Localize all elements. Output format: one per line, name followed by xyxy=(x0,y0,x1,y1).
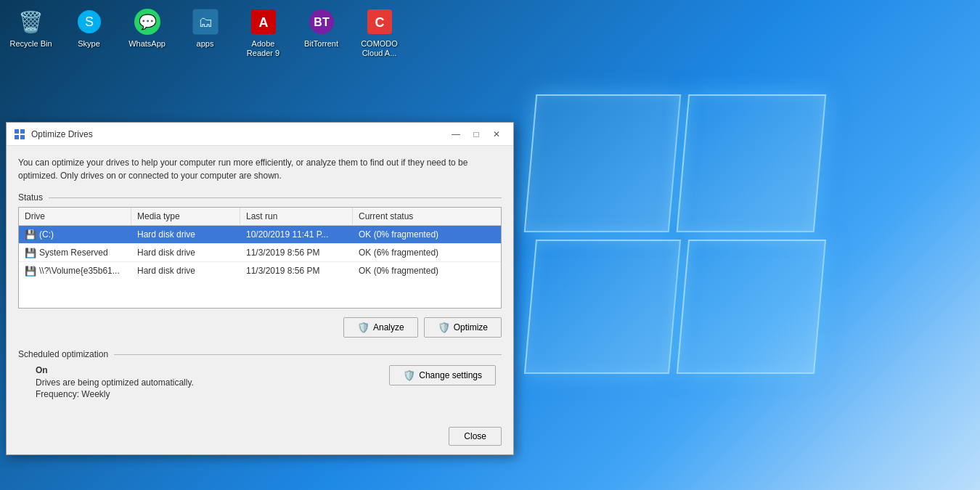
media-cell-0: Hard disk drive xyxy=(131,226,240,243)
scheduled-description: Drives are being optimized automatically… xyxy=(36,377,194,388)
win-logo-pane-tr xyxy=(677,94,827,232)
bittorrent-label: BitTorrent xyxy=(304,39,338,49)
drive-icon-1: 💾 xyxy=(25,247,36,258)
bittorrent-icon: BT xyxy=(307,7,336,36)
media-cell-1: Hard disk drive xyxy=(131,244,240,261)
analyze-button[interactable]: 🛡️ Analyze xyxy=(343,317,418,338)
drive-icon-0: 💾 xyxy=(25,229,36,240)
whatsapp-icon: 💬 xyxy=(133,7,162,36)
svg-text:C: C xyxy=(375,15,384,30)
desktop-icon-bittorrent[interactable]: BT BitTorrent xyxy=(294,4,348,62)
desktop-icon-comodo[interactable]: C COMODO Cloud A... xyxy=(352,4,407,62)
lastrun-cell-0: 10/20/2019 11:41 P... xyxy=(240,226,353,243)
scheduled-section: Scheduled optimization On Drives are bei… xyxy=(18,349,502,399)
window-description: You can optimize your drives to help you… xyxy=(18,156,502,182)
win-logo-pane-tl xyxy=(524,94,682,232)
col-header-lastrun: Last run xyxy=(240,208,353,225)
status-cell-0: OK (0% fragmented) xyxy=(353,226,501,243)
analyze-shield-icon: 🛡️ xyxy=(357,322,369,333)
apps-label: apps xyxy=(197,39,214,49)
svg-rect-12 xyxy=(15,129,19,134)
scheduled-frequency: Frequency: Weekly xyxy=(36,389,194,399)
drive-cell-2: 💾 \\?\Volume{e35b61... xyxy=(19,262,131,279)
status-cell-2: OK (0% fragmented) xyxy=(353,262,501,279)
lastrun-cell-2: 11/3/2019 8:56 PM xyxy=(240,262,353,279)
status-section-label: Status xyxy=(18,192,502,203)
comodo-label: COMODO Cloud A... xyxy=(356,39,403,58)
table-row[interactable]: 💾 \\?\Volume{e35b61... Hard disk drive 1… xyxy=(19,262,501,279)
svg-rect-14 xyxy=(15,135,19,139)
skype-label: Skype xyxy=(78,39,100,49)
desktop-icon-whatsapp[interactable]: 💬 WhatsApp xyxy=(120,4,174,62)
window-close-button[interactable]: ✕ xyxy=(487,127,506,142)
svg-text:A: A xyxy=(258,15,268,30)
desktop-icon-recycle-bin[interactable]: 🗑️ Recycle Bin xyxy=(4,4,58,62)
table-header: Drive Media type Last run Current status xyxy=(19,208,501,226)
desktop: 🗑️ Recycle Bin S Skype 💬 WhatsApp 🗂 apps… xyxy=(0,0,980,490)
drive-cell-1: 💾 System Reserved xyxy=(19,244,131,261)
close-button[interactable]: Close xyxy=(449,427,502,446)
whatsapp-label: WhatsApp xyxy=(128,39,166,49)
window-title: Optimize Drives xyxy=(31,129,446,139)
window-titlebar: Optimize Drives — □ ✕ xyxy=(7,123,513,146)
comodo-icon: C xyxy=(365,7,394,36)
window-body: You can optimize your drives to help you… xyxy=(7,146,513,421)
optimize-drives-window: Optimize Drives — □ ✕ You can optimize y… xyxy=(6,122,514,455)
recycle-bin-label: Recycle Bin xyxy=(9,39,52,49)
scheduled-label: Scheduled optimization xyxy=(18,349,108,359)
col-header-drive: Drive xyxy=(19,208,131,225)
svg-rect-13 xyxy=(20,129,25,134)
svg-text:BT: BT xyxy=(314,16,330,28)
media-cell-2: Hard disk drive xyxy=(131,262,240,279)
scheduled-status-block: On Drives are being optimized automatica… xyxy=(24,365,205,399)
adobe-icon: A xyxy=(249,7,278,36)
svg-text:💬: 💬 xyxy=(138,13,156,30)
col-header-status: Current status xyxy=(353,208,501,225)
settings-shield-icon: 🛡️ xyxy=(403,369,415,381)
change-settings-button[interactable]: 🛡️ Change settings xyxy=(389,365,496,385)
svg-text:🗂: 🗂 xyxy=(198,14,213,30)
drive-icon-2: 💾 xyxy=(25,265,36,277)
window-controls: — □ ✕ xyxy=(446,127,506,142)
adobe-label: Adobe Reader 9 xyxy=(240,39,287,58)
recycle-bin-icon: 🗑️ xyxy=(17,7,46,36)
skype-icon: S xyxy=(75,7,104,36)
table-row[interactable]: 💾 System Reserved Hard disk drive 11/3/2… xyxy=(19,244,501,262)
scheduled-on-status: On xyxy=(36,365,194,375)
action-buttons-row: 🛡️ Analyze 🛡️ Optimize xyxy=(18,317,502,338)
desktop-icons: 🗑️ Recycle Bin S Skype 💬 WhatsApp 🗂 apps… xyxy=(0,0,410,65)
desktop-icon-skype[interactable]: S Skype xyxy=(62,4,116,62)
apps-icon: 🗂 xyxy=(191,7,220,36)
window-icon xyxy=(14,128,25,140)
maximize-button[interactable]: □ xyxy=(467,127,486,142)
col-header-media: Media type xyxy=(131,208,240,225)
svg-rect-15 xyxy=(20,135,25,139)
win-logo-pane-br xyxy=(677,240,826,374)
desktop-icon-apps[interactable]: 🗂 apps xyxy=(178,4,232,62)
drive-cell-0: 💾 (C:) xyxy=(19,226,131,243)
status-cell-1: OK (6% fragmented) xyxy=(353,244,501,261)
minimize-button[interactable]: — xyxy=(446,127,465,142)
svg-text:S: S xyxy=(84,15,93,29)
table-row[interactable]: 💾 (C:) Hard disk drive 10/20/2019 11:41 … xyxy=(19,226,501,244)
optimize-shield-icon: 🛡️ xyxy=(438,322,450,333)
lastrun-cell-1: 11/3/2019 8:56 PM xyxy=(240,244,353,261)
optimize-button[interactable]: 🛡️ Optimize xyxy=(424,317,502,338)
win-logo-pane-bl xyxy=(524,240,681,374)
drive-table: Drive Media type Last run Current status… xyxy=(18,207,502,309)
desktop-icon-adobe[interactable]: A Adobe Reader 9 xyxy=(236,4,290,62)
window-footer: Close xyxy=(7,421,513,454)
